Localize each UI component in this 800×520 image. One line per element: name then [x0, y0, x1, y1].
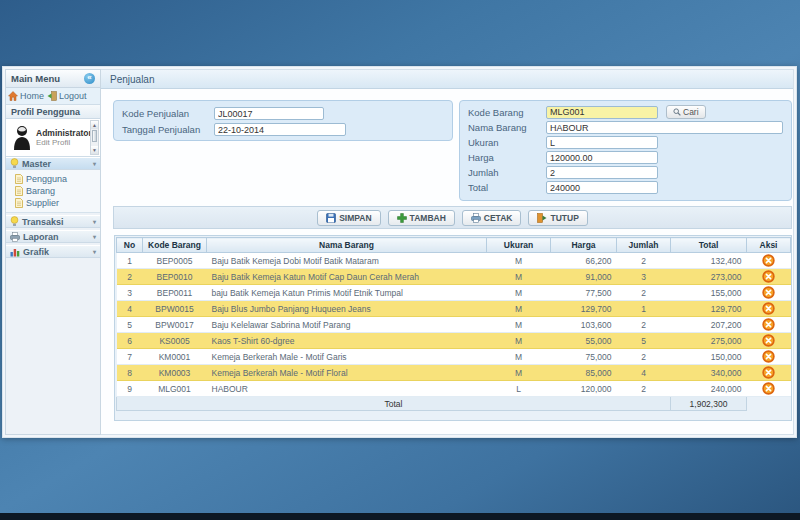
items-table-container: No Kode Barang Nama Barang Ukuran Harga … — [114, 235, 792, 421]
delete-row-button[interactable] — [762, 366, 775, 379]
sidebar-collapse-icon[interactable]: « — [84, 73, 95, 84]
tambah-button[interactable]: TAMBAH — [388, 210, 455, 226]
harga-label: Harga — [468, 152, 546, 163]
cell-no: 4 — [117, 301, 143, 317]
scroll-up-icon[interactable]: ▲ — [91, 121, 98, 129]
scrollbar-thumb[interactable] — [92, 130, 97, 142]
sidebar-item-pengguna[interactable]: Pengguna — [15, 173, 100, 185]
cell-total: 207,200 — [671, 317, 747, 333]
cell-kode-barang: BPW0015 — [143, 301, 207, 317]
delete-icon — [762, 270, 775, 283]
table-header-row: No Kode Barang Nama Barang Ukuran Harga … — [117, 238, 791, 253]
cell-harga: 129,700 — [551, 301, 617, 317]
nama-barang-input[interactable] — [546, 121, 783, 134]
col-header-nama-barang[interactable]: Nama Barang — [207, 238, 487, 253]
cell-jumlah: 2 — [617, 253, 671, 269]
scroll-down-icon[interactable]: ▼ — [91, 146, 98, 154]
col-header-jumlah[interactable]: Jumlah — [617, 238, 671, 253]
profile-scrollbar[interactable]: ▲ ▼ — [90, 120, 99, 155]
chevron-down-icon: ▾ — [93, 233, 96, 240]
simpan-label: SIMPAN — [339, 213, 371, 223]
delete-icon — [762, 302, 775, 315]
cell-jumlah: 2 — [617, 317, 671, 333]
logout-button[interactable]: Logout — [47, 91, 87, 101]
exit-door-icon — [537, 213, 547, 223]
tanggal-penjualan-input[interactable] — [214, 123, 346, 136]
col-header-harga[interactable]: Harga — [551, 238, 617, 253]
tutup-button[interactable]: TUTUP — [528, 210, 587, 226]
delete-row-button[interactable] — [762, 334, 775, 347]
kode-barang-input[interactable] — [546, 106, 658, 119]
total-input[interactable] — [546, 181, 658, 194]
bar-chart-icon — [10, 247, 20, 257]
table-row: 6KS0005Kaos T-Shirt 60-dgreeM55,0005275,… — [117, 333, 791, 349]
footer-total-label: Total — [117, 397, 671, 411]
col-header-no[interactable]: No — [117, 238, 143, 253]
simpan-button[interactable]: SIMPAN — [317, 210, 380, 226]
edit-profile-link[interactable]: Edit Profil — [36, 138, 92, 147]
col-header-aksi[interactable]: Aksi — [747, 238, 791, 253]
section-transaksi-label: Transaksi — [22, 217, 90, 227]
cell-aksi — [747, 301, 791, 317]
cell-jumlah: 2 — [617, 349, 671, 365]
table-row: 7KM0001Kemeja Berkerah Male - Motif Gari… — [117, 349, 791, 365]
sidebar-item-barang[interactable]: Barang — [15, 185, 100, 197]
harga-input[interactable] — [546, 151, 658, 164]
cell-nama-barang: Kemeja Berkerah Male - Motif Floral — [207, 365, 487, 381]
delete-row-button[interactable] — [762, 286, 775, 299]
cell-no: 3 — [117, 285, 143, 301]
delete-row-button[interactable] — [762, 350, 775, 363]
cell-aksi — [747, 333, 791, 349]
cell-aksi — [747, 285, 791, 301]
home-button[interactable]: Home — [8, 91, 44, 101]
cell-nama-barang: HABOUR — [207, 381, 487, 397]
table-row: 4BPW0015Baju Blus Jumbo Panjang Huqueen … — [117, 301, 791, 317]
taskbar-strip — [0, 513, 800, 520]
sidebar-section-master[interactable]: Master ▾ — [6, 157, 100, 170]
col-header-ukuran[interactable]: Ukuran — [487, 238, 551, 253]
items-table-body: 1BEP0005Baju Batik Kemeja Dobi Motif Bat… — [117, 253, 791, 397]
jumlah-input[interactable] — [546, 166, 658, 179]
delete-row-button[interactable] — [762, 318, 775, 331]
document-icon — [15, 186, 23, 196]
nama-barang-label: Nama Barang — [468, 122, 546, 133]
cari-button[interactable]: Cari — [666, 105, 706, 119]
main-menu-header: Main Menu « — [6, 70, 100, 88]
home-label: Home — [20, 91, 44, 101]
sidebar-section-laporan[interactable]: Laporan ▾ — [6, 230, 100, 243]
col-header-kode-barang[interactable]: Kode Barang — [143, 238, 207, 253]
sidebar-section-grafik[interactable]: Grafik ▾ — [6, 245, 100, 258]
cell-aksi — [747, 317, 791, 333]
delete-icon — [762, 366, 775, 379]
cell-no: 5 — [117, 317, 143, 333]
logout-icon — [47, 91, 57, 101]
delete-row-button[interactable] — [762, 382, 775, 395]
cell-jumlah: 4 — [617, 365, 671, 381]
cell-jumlah: 3 — [617, 269, 671, 285]
cell-ukuran: L — [487, 381, 551, 397]
cell-ukuran: M — [487, 365, 551, 381]
delete-row-button[interactable] — [762, 270, 775, 283]
table-row: 9MLG001HABOURL120,0002240,000 — [117, 381, 791, 397]
delete-icon — [762, 254, 775, 267]
sidebar-item-supplier[interactable]: Supplier — [15, 197, 100, 209]
cell-harga: 120,000 — [551, 381, 617, 397]
cell-total: 340,000 — [671, 365, 747, 381]
kode-penjualan-input[interactable] — [214, 107, 324, 120]
delete-row-button[interactable] — [762, 302, 775, 315]
section-laporan-label: Laporan — [23, 232, 90, 242]
cetak-button[interactable]: CETAK — [462, 210, 522, 226]
section-master-label: Master — [22, 159, 90, 169]
cell-kode-barang: KS0005 — [143, 333, 207, 349]
cell-nama-barang: Kemeja Berkerah Male - Motif Garis — [207, 349, 487, 365]
table-row: 8KM0003Kemeja Berkerah Male - Motif Flor… — [117, 365, 791, 381]
ukuran-input[interactable] — [546, 136, 658, 149]
table-row: 1BEP0005Baju Batik Kemeja Dobi Motif Bat… — [117, 253, 791, 269]
tanggal-penjualan-label: Tanggal Penjualan — [122, 124, 214, 135]
cell-no: 9 — [117, 381, 143, 397]
cell-nama-barang: Baju Kelelawar Sabrina Motif Parang — [207, 317, 487, 333]
cell-aksi — [747, 365, 791, 381]
delete-row-button[interactable] — [762, 254, 775, 267]
sidebar-section-transaksi[interactable]: Transaksi ▾ — [6, 215, 100, 228]
col-header-total[interactable]: Total — [671, 238, 747, 253]
